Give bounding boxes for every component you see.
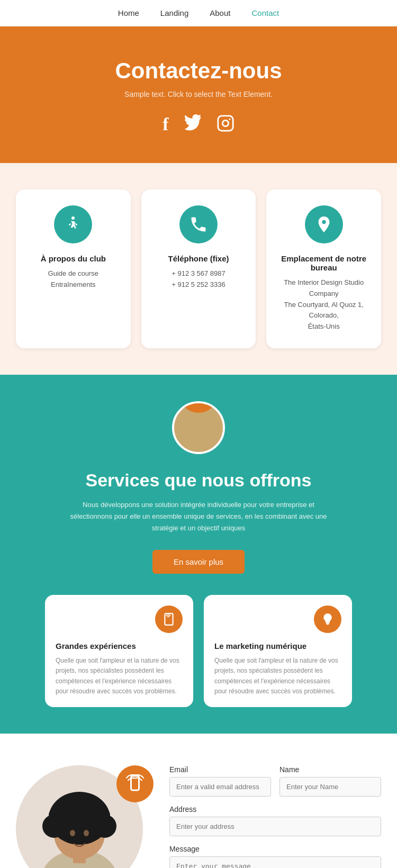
name-label: Name xyxy=(279,765,381,774)
phone-line2: + 912 5 252 3336 xyxy=(152,279,246,291)
phone-line1: + 912 3 567 8987 xyxy=(152,268,246,279)
email-group: Email xyxy=(169,765,271,797)
social-icons: f xyxy=(21,114,376,137)
club-title: À propos du club xyxy=(26,254,120,263)
instagram-icon[interactable] xyxy=(216,114,234,137)
location-line2: The Courtyard, Al Quoz 1, Colorado, xyxy=(277,300,371,322)
message-label: Message xyxy=(169,845,381,853)
facebook-icon[interactable]: f xyxy=(163,114,168,137)
svg-point-1 xyxy=(222,120,228,126)
nav-contact[interactable]: Contact xyxy=(251,8,279,17)
contact-portrait-area xyxy=(16,765,154,868)
hero-section: Contactez-nous Sample text. Click to sel… xyxy=(0,26,397,163)
exp-title: Grandes expériences xyxy=(56,641,183,650)
nav-landing[interactable]: Landing xyxy=(160,8,188,17)
svg-point-25 xyxy=(70,797,89,816)
mkt-title: Le marketing numérique xyxy=(214,641,341,650)
twitter-icon[interactable] xyxy=(184,114,202,137)
exp-text: Quelle que soit l'ampleur et la nature d… xyxy=(56,656,183,697)
address-input[interactable] xyxy=(169,817,381,836)
email-input[interactable] xyxy=(169,777,271,797)
club-line1: Guide de course xyxy=(26,268,120,279)
location-icon xyxy=(305,205,343,243)
service-card-experiences: Grandes expériences Quelle que soit l'am… xyxy=(45,595,193,707)
nav-about[interactable]: About xyxy=(210,8,230,17)
email-name-row: Email Name xyxy=(169,765,381,797)
service-cards: Grandes expériences Quelle que soit l'am… xyxy=(16,595,381,707)
location-line1: The Interior Design Studio Company xyxy=(277,277,371,300)
svg-point-27 xyxy=(84,830,89,836)
phone-badge-icon xyxy=(116,765,154,802)
phone-title: Téléphone (fixe) xyxy=(152,254,246,263)
contact-form: Email Name Address Message SOUMETTRE Ima… xyxy=(169,765,381,868)
navigation: Home Landing About Contact xyxy=(0,0,397,26)
contact-section: Email Name Address Message SOUMETTRE Ima… xyxy=(0,734,397,868)
services-title: Services que nous offrons xyxy=(16,470,381,491)
hero-subtitle: Sample text. Click to select the Text El… xyxy=(21,90,376,98)
club-line2: Entraînements xyxy=(26,279,120,291)
phone-icon xyxy=(179,205,218,243)
address-group: Address xyxy=(169,805,381,836)
svg-rect-13 xyxy=(327,624,329,625)
info-card-phone: Téléphone (fixe) + 912 3 567 8987 + 912 … xyxy=(141,189,256,348)
address-label: Address xyxy=(169,805,381,813)
learn-more-button[interactable]: En savoir plus xyxy=(152,550,245,574)
service-card-marketing: Le marketing numérique Quelle que soit l… xyxy=(204,595,352,707)
message-group: Message xyxy=(169,845,381,868)
svg-point-26 xyxy=(70,830,75,836)
svg-point-2 xyxy=(229,119,230,120)
name-group: Name xyxy=(279,765,381,797)
svg-point-3 xyxy=(71,216,75,220)
info-card-club: À propos du club Guide de course Entraîn… xyxy=(16,189,131,348)
message-input[interactable] xyxy=(169,856,381,868)
avatar xyxy=(172,401,225,454)
svg-rect-12 xyxy=(326,623,330,624)
info-card-location: Emplacement de notre bureau The Interior… xyxy=(266,189,381,348)
svg-rect-0 xyxy=(218,116,232,131)
svg-point-5 xyxy=(184,401,213,413)
location-title: Emplacement de notre bureau xyxy=(277,254,371,272)
services-description: Nous développons une solution intégrée i… xyxy=(61,499,336,534)
email-label: Email xyxy=(169,765,271,774)
mkt-text: Quelle que soit l'ampleur et la nature d… xyxy=(214,656,341,697)
name-input[interactable] xyxy=(279,777,381,797)
bulb-icon xyxy=(314,605,341,633)
services-section: Services que nous offrons Nous développo… xyxy=(0,375,397,734)
club-icon xyxy=(54,205,92,243)
mobile-icon xyxy=(155,605,183,633)
location-line3: États-Unis xyxy=(277,321,371,332)
hero-title: Contactez-nous xyxy=(21,58,376,84)
nav-home[interactable]: Home xyxy=(118,8,139,17)
info-section: À propos du club Guide de course Entraîn… xyxy=(0,163,397,375)
